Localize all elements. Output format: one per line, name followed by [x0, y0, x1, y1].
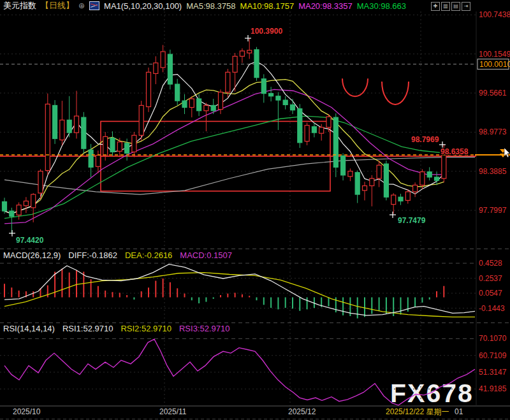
shift-right-icon[interactable]: ⇥	[462, 2, 470, 11]
candle-body	[269, 94, 273, 96]
price-annotation-label: 97.4420	[16, 236, 44, 245]
candle-body	[96, 156, 100, 167]
ma-settings-label[interactable]: MA1(5,10,20,30,100)	[104, 1, 182, 11]
candle-body	[132, 135, 136, 152]
trading-app-window: 美元指数 【日线】 ⊕ MA1(5,10,20,30,100) MA5:98.3…	[0, 0, 510, 420]
price-axis-label: 100.1549	[479, 50, 510, 59]
crosshair-tool-icon[interactable]: ✚	[431, 2, 440, 11]
add-indicator-icon[interactable]: ⊕	[78, 1, 85, 10]
macd-axis-label: -0.1443	[479, 304, 505, 313]
drawn-arc	[342, 78, 368, 96]
rsi-axis-label: 41.9185	[479, 384, 507, 393]
pane-scale-icon[interactable]: ▥	[441, 2, 450, 11]
candle-body	[38, 171, 43, 193]
price-axis-label: 99.5661	[479, 89, 507, 98]
ma30-value: MA30:98.663	[357, 1, 406, 11]
macd-axis-label: 0.2537	[479, 274, 502, 283]
candle-body	[413, 185, 418, 191]
price-axis-label: 97.7997	[479, 206, 507, 215]
rsi2-value: RSI2:52.9710	[120, 324, 171, 333]
price-annotation-label: 98.7969	[411, 135, 439, 144]
candle-body	[147, 72, 151, 106]
candle-body	[348, 171, 353, 177]
macd-hist-value: MACD:0.1507	[180, 250, 232, 260]
candle-body	[197, 99, 201, 111]
macd-settings-label[interactable]: MACD(26,12,9)	[3, 250, 61, 260]
candle-body	[103, 136, 108, 156]
candle-body	[211, 105, 215, 110]
ma5-value: MA5:98.3758	[186, 1, 235, 11]
x-axis-month-label: 2025/12	[288, 407, 316, 416]
price-axis-label: 98.3885	[479, 167, 507, 176]
candle-body	[204, 105, 208, 110]
candle-body	[341, 156, 346, 175]
candle-body	[326, 117, 331, 127]
x-axis-month-label: 2025/10	[13, 407, 41, 416]
mouse-cursor-icon	[504, 148, 510, 157]
candle-body	[254, 50, 259, 78]
candle-body	[305, 126, 309, 141]
candle-body	[10, 211, 14, 216]
x-axis-month-label: 2025/11	[159, 407, 187, 416]
instrument-title: 美元指数	[3, 0, 36, 11]
candle-body	[219, 92, 223, 110]
candle-body	[435, 177, 439, 180]
candle-body	[89, 150, 93, 167]
candle-body	[117, 142, 122, 152]
candle-body	[384, 164, 388, 197]
chart-toolbar: ✚ ▥ ▤ ⇥	[431, 2, 470, 11]
candle-body	[60, 120, 64, 140]
candle-body	[427, 172, 432, 177]
price-annotation-label: 97.7479	[398, 216, 426, 225]
candle-body	[276, 96, 280, 100]
candle-body	[319, 127, 324, 133]
rsi-pane-header: RSI(14,14,14) RSI1:52.9710 RSI2:52.9710 …	[3, 324, 229, 333]
timeframe-label[interactable]: 【日线】	[41, 0, 74, 11]
ma20-value: MA20:98.3357	[298, 1, 353, 11]
macd-pane-header: MACD(26,12,9) DIFF:-0.1862 DEA:-0.2616 M…	[3, 250, 232, 260]
candle-body	[154, 63, 158, 74]
candle-body	[233, 56, 237, 72]
candle-body	[377, 165, 381, 178]
candle-body	[261, 79, 266, 94]
rsi-settings-label[interactable]: RSI(14,14,14)	[3, 324, 55, 333]
candle-body	[67, 120, 71, 133]
candle-body	[240, 51, 244, 56]
price-axis-label: 98.9773	[479, 127, 507, 136]
candle-body	[125, 143, 129, 154]
candle-body	[420, 172, 425, 185]
candle-body	[298, 109, 302, 143]
macd-diff-line	[4, 264, 475, 315]
rsi-line	[4, 339, 475, 405]
macd-dea-value: DEA:-0.2616	[125, 250, 172, 260]
price-annotation-label: 98.6358	[441, 147, 469, 156]
candle-body	[45, 104, 50, 170]
candle-body	[333, 117, 338, 167]
indicator-pane-icon[interactable]: ▤	[451, 2, 460, 11]
candle-body	[247, 50, 252, 53]
candle-body	[182, 101, 187, 107]
macd-axis-label: 0.4528	[479, 259, 502, 268]
candle-body	[82, 117, 86, 148]
candle-body	[24, 201, 28, 205]
candle-body	[355, 173, 360, 194]
candle-body	[139, 105, 143, 135]
chart-canvas[interactable]: 100.7438100.1549100.001099.566198.977398…	[0, 0, 510, 420]
candle-body	[226, 72, 230, 92]
candle-body	[391, 195, 396, 205]
price-axis-label: 100.7438	[479, 10, 510, 19]
candle-body	[31, 194, 36, 208]
candle-body	[363, 185, 367, 190]
candle-body	[175, 84, 180, 101]
candle-body	[442, 155, 446, 178]
rsi-axis-label: 51.3147	[479, 368, 507, 377]
mini-chart-icon[interactable]	[89, 1, 99, 10]
rsi3-value: RSI3:52.9710	[179, 324, 230, 333]
candle-body	[283, 100, 288, 105]
rsi-axis-label: 70.1070	[479, 334, 507, 343]
candle-body	[189, 99, 194, 108]
rsi1-value: RSI1:52.9710	[62, 324, 113, 333]
rsi-axis-label: 60.7109	[479, 351, 507, 360]
candle-body	[312, 127, 316, 133]
ma10-value: MA10:98.1757	[240, 1, 295, 11]
